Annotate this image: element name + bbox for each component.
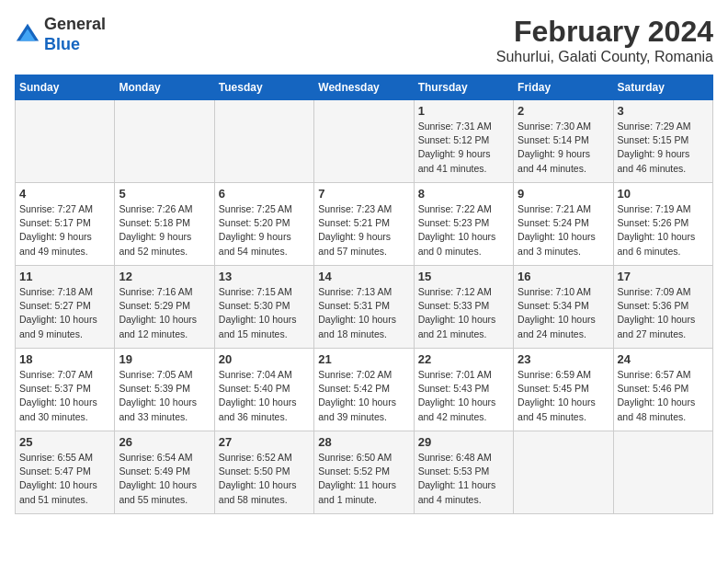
day-info: Sunrise: 7:09 AM Sunset: 5:36 PM Dayligh…: [618, 285, 709, 341]
calendar-cell: 26Sunrise: 6:54 AM Sunset: 5:49 PM Dayli…: [115, 431, 214, 514]
calendar-cell: 17Sunrise: 7:09 AM Sunset: 5:36 PM Dayli…: [613, 266, 712, 349]
day-info: Sunrise: 7:05 AM Sunset: 5:39 PM Dayligh…: [119, 368, 210, 424]
day-info: Sunrise: 7:27 AM Sunset: 5:17 PM Dayligh…: [19, 202, 110, 259]
calendar-cell: 27Sunrise: 6:52 AM Sunset: 5:50 PM Dayli…: [214, 431, 313, 514]
day-number: 6: [219, 187, 310, 201]
calendar-subtitle: Suhurlui, Galati County, Romania: [496, 49, 713, 65]
day-number: 1: [418, 104, 509, 118]
column-header-saturday: Saturday: [613, 75, 712, 100]
calendar-week-5: 25Sunrise: 6:55 AM Sunset: 5:47 PM Dayli…: [16, 431, 713, 514]
calendar-cell: 8Sunrise: 7:22 AM Sunset: 5:23 PM Daylig…: [414, 183, 513, 266]
calendar-cell: [115, 100, 214, 183]
calendar-cell: 7Sunrise: 7:23 AM Sunset: 5:21 PM Daylig…: [314, 183, 414, 266]
calendar-cell: 4Sunrise: 7:27 AM Sunset: 5:17 PM Daylig…: [16, 183, 115, 266]
calendar-cell: 3Sunrise: 7:29 AM Sunset: 5:15 PM Daylig…: [613, 100, 712, 183]
calendar-cell: 19Sunrise: 7:05 AM Sunset: 5:39 PM Dayli…: [115, 349, 214, 431]
day-info: Sunrise: 6:55 AM Sunset: 5:47 PM Dayligh…: [19, 451, 110, 507]
calendar-cell: 21Sunrise: 7:02 AM Sunset: 5:42 PM Dayli…: [314, 349, 414, 431]
calendar-cell: [214, 100, 313, 183]
day-number: 8: [418, 187, 509, 201]
day-number: 17: [618, 270, 709, 283]
calendar-cell: 14Sunrise: 7:13 AM Sunset: 5:31 PM Dayli…: [314, 266, 414, 349]
day-number: 19: [119, 352, 210, 366]
logo-text: General Blue: [44, 15, 106, 54]
page-header: General Blue February 2024 Suhurlui, Gal…: [15, 15, 713, 65]
day-number: 21: [318, 352, 409, 366]
calendar-cell: 22Sunrise: 7:01 AM Sunset: 5:43 PM Dayli…: [414, 349, 513, 431]
day-info: Sunrise: 7:30 AM Sunset: 5:14 PM Dayligh…: [518, 120, 609, 176]
calendar-title: February 2024: [496, 15, 713, 49]
day-number: 29: [418, 435, 509, 449]
calendar-table: SundayMondayTuesdayWednesdayThursdayFrid…: [15, 75, 713, 514]
column-header-monday: Monday: [115, 75, 214, 100]
day-number: 25: [19, 435, 110, 449]
column-header-thursday: Thursday: [414, 75, 513, 100]
calendar-cell: 11Sunrise: 7:18 AM Sunset: 5:27 PM Dayli…: [16, 266, 115, 349]
calendar-cell: [514, 431, 613, 514]
calendar-week-1: 1Sunrise: 7:31 AM Sunset: 5:12 PM Daylig…: [16, 100, 713, 183]
day-info: Sunrise: 6:54 AM Sunset: 5:49 PM Dayligh…: [119, 451, 210, 507]
day-number: 16: [518, 270, 609, 283]
day-info: Sunrise: 6:57 AM Sunset: 5:46 PM Dayligh…: [618, 368, 709, 424]
day-info: Sunrise: 6:59 AM Sunset: 5:45 PM Dayligh…: [518, 368, 609, 424]
day-info: Sunrise: 7:01 AM Sunset: 5:43 PM Dayligh…: [418, 368, 509, 424]
calendar-cell: [16, 100, 115, 183]
day-info: Sunrise: 7:21 AM Sunset: 5:24 PM Dayligh…: [518, 202, 609, 259]
calendar-cell: 23Sunrise: 6:59 AM Sunset: 5:45 PM Dayli…: [514, 349, 613, 431]
day-number: 9: [518, 187, 609, 201]
column-header-wednesday: Wednesday: [314, 75, 414, 100]
calendar-week-3: 11Sunrise: 7:18 AM Sunset: 5:27 PM Dayli…: [16, 266, 713, 349]
day-number: 4: [19, 187, 110, 201]
calendar-cell: 12Sunrise: 7:16 AM Sunset: 5:29 PM Dayli…: [115, 266, 214, 349]
header-row: SundayMondayTuesdayWednesdayThursdayFrid…: [16, 75, 713, 100]
logo-icon: [15, 22, 40, 48]
title-block: February 2024 Suhurlui, Galati County, R…: [496, 15, 713, 65]
day-number: 3: [618, 104, 709, 118]
day-info: Sunrise: 7:25 AM Sunset: 5:20 PM Dayligh…: [219, 202, 310, 259]
calendar-cell: 5Sunrise: 7:26 AM Sunset: 5:18 PM Daylig…: [115, 183, 214, 266]
day-number: 11: [19, 270, 110, 283]
calendar-cell: 1Sunrise: 7:31 AM Sunset: 5:12 PM Daylig…: [414, 100, 513, 183]
calendar-cell: 24Sunrise: 6:57 AM Sunset: 5:46 PM Dayli…: [613, 349, 712, 431]
day-number: 12: [119, 270, 210, 283]
calendar-cell: 9Sunrise: 7:21 AM Sunset: 5:24 PM Daylig…: [514, 183, 613, 266]
calendar-cell: [613, 431, 712, 514]
day-info: Sunrise: 7:19 AM Sunset: 5:26 PM Dayligh…: [618, 202, 709, 259]
calendar-cell: [314, 100, 414, 183]
calendar-cell: 13Sunrise: 7:15 AM Sunset: 5:30 PM Dayli…: [214, 266, 313, 349]
day-info: Sunrise: 7:13 AM Sunset: 5:31 PM Dayligh…: [318, 285, 409, 341]
day-number: 18: [19, 352, 110, 366]
day-number: 22: [418, 352, 509, 366]
day-number: 15: [418, 270, 509, 283]
day-number: 27: [219, 435, 310, 449]
calendar-week-4: 18Sunrise: 7:07 AM Sunset: 5:37 PM Dayli…: [16, 349, 713, 431]
day-info: Sunrise: 7:07 AM Sunset: 5:37 PM Dayligh…: [19, 368, 110, 424]
day-info: Sunrise: 7:02 AM Sunset: 5:42 PM Dayligh…: [318, 368, 409, 424]
calendar-header: SundayMondayTuesdayWednesdayThursdayFrid…: [16, 75, 713, 100]
calendar-cell: 15Sunrise: 7:12 AM Sunset: 5:33 PM Dayli…: [414, 266, 513, 349]
calendar-week-2: 4Sunrise: 7:27 AM Sunset: 5:17 PM Daylig…: [16, 183, 713, 266]
day-number: 26: [119, 435, 210, 449]
day-info: Sunrise: 7:31 AM Sunset: 5:12 PM Dayligh…: [418, 120, 509, 176]
day-number: 2: [518, 104, 609, 118]
day-number: 20: [219, 352, 310, 366]
day-info: Sunrise: 7:12 AM Sunset: 5:33 PM Dayligh…: [418, 285, 509, 341]
calendar-cell: 25Sunrise: 6:55 AM Sunset: 5:47 PM Dayli…: [16, 431, 115, 514]
day-number: 5: [119, 187, 210, 201]
day-info: Sunrise: 7:04 AM Sunset: 5:40 PM Dayligh…: [219, 368, 310, 424]
day-number: 10: [618, 187, 709, 201]
day-info: Sunrise: 6:48 AM Sunset: 5:53 PM Dayligh…: [418, 451, 509, 507]
calendar-cell: 20Sunrise: 7:04 AM Sunset: 5:40 PM Dayli…: [214, 349, 313, 431]
day-info: Sunrise: 7:10 AM Sunset: 5:34 PM Dayligh…: [518, 285, 609, 341]
day-info: Sunrise: 7:18 AM Sunset: 5:27 PM Dayligh…: [19, 285, 110, 341]
day-info: Sunrise: 7:23 AM Sunset: 5:21 PM Dayligh…: [318, 202, 409, 259]
column-header-tuesday: Tuesday: [214, 75, 313, 100]
day-number: 28: [318, 435, 409, 449]
day-info: Sunrise: 7:16 AM Sunset: 5:29 PM Dayligh…: [119, 285, 210, 341]
day-number: 13: [219, 270, 310, 283]
column-header-friday: Friday: [514, 75, 613, 100]
day-number: 23: [518, 352, 609, 366]
day-info: Sunrise: 7:29 AM Sunset: 5:15 PM Dayligh…: [618, 120, 709, 176]
day-info: Sunrise: 7:15 AM Sunset: 5:30 PM Dayligh…: [219, 285, 310, 341]
calendar-cell: 10Sunrise: 7:19 AM Sunset: 5:26 PM Dayli…: [613, 183, 712, 266]
